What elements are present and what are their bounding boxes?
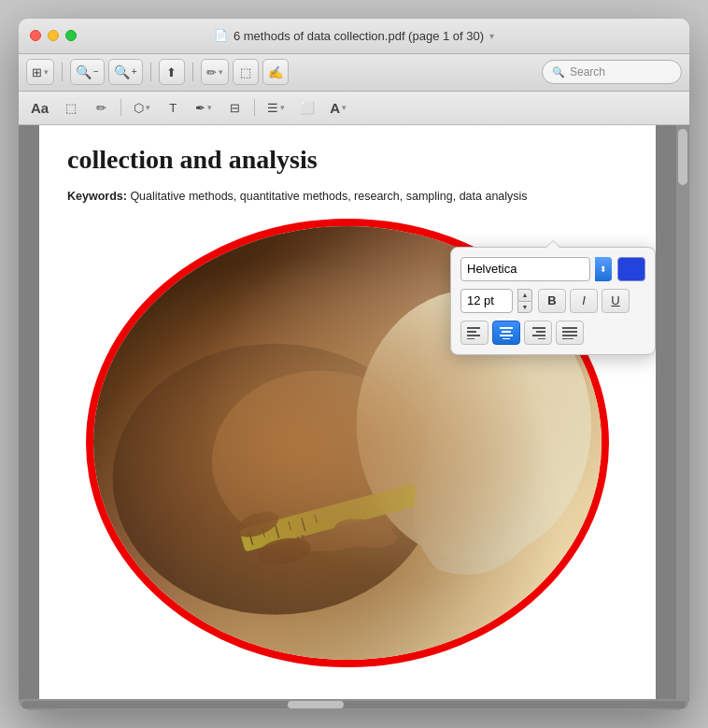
markup-icon: ⬚ <box>240 65 251 79</box>
maximize-button[interactable] <box>65 30 77 41</box>
titlebar: 📄 6 methods of data collection.pdf (page… <box>19 19 689 54</box>
svg-rect-20 <box>502 331 511 333</box>
toolbar-separator-3 <box>192 63 193 81</box>
zoom-out-button[interactable]: 🔍 − <box>70 59 105 85</box>
svg-rect-18 <box>467 338 474 339</box>
sign-button[interactable]: ✍ <box>262 59 289 85</box>
share-icon: ⬆ <box>166 65 177 79</box>
svg-rect-22 <box>503 338 510 339</box>
italic-button[interactable]: I <box>570 289 598 313</box>
border-button[interactable]: ⬜ <box>295 95 319 120</box>
font-size-input[interactable]: 12 pt <box>460 289 513 313</box>
align-button[interactable]: ☰ ▾ <box>262 95 290 120</box>
search-placeholder: Search <box>570 65 605 79</box>
italic-label: I <box>582 293 586 307</box>
align-justify-icon <box>562 326 577 339</box>
sidebar-icon: ⊞ <box>32 65 42 79</box>
search-icon: 🔍 <box>552 66 565 79</box>
annotate-button[interactable]: ✏ ▾ <box>201 59 229 85</box>
main-toolbar: ⊞ ▾ 🔍 − 🔍 + ⬆ ✏ ▾ ⬚ ✍ 🔍 <box>19 54 689 92</box>
pen-tool-button[interactable]: ✏ <box>89 95 113 120</box>
style-buttons: B I U <box>538 289 630 313</box>
font-size-value: 12 pt <box>467 293 494 307</box>
toolbar-separator-1 <box>62 63 63 81</box>
text-cursor-icon: Aa <box>31 100 49 116</box>
signature-icon: ✒ <box>195 101 205 115</box>
pdf-content-area: collection and analysis Keywords: Qualit… <box>19 125 689 699</box>
page-content: collection and analysis Keywords: Qualit… <box>39 125 656 686</box>
markup-button[interactable]: ⬚ <box>233 59 259 85</box>
stepper-down-button[interactable]: ▼ <box>517 301 532 313</box>
font-size-stepper[interactable]: ▲ ▼ <box>517 289 532 313</box>
scrollbar-track <box>22 701 686 708</box>
pencil-icon: ✏ <box>96 101 106 115</box>
shapes-arrow: ▾ <box>146 103 150 112</box>
textbox-button[interactable]: T <box>161 95 185 120</box>
align-center-icon <box>499 326 514 339</box>
ann-separator-1 <box>120 99 121 116</box>
pdf-icon: 📄 <box>214 29 228 42</box>
toolbar-separator-2 <box>150 63 151 81</box>
vertical-scrollbar[interactable] <box>676 125 689 699</box>
close-button[interactable] <box>30 30 41 41</box>
underline-label: U <box>611 293 619 307</box>
font-name-row: Helvetica ⬍ <box>460 257 645 281</box>
align-left-icon <box>467 326 482 339</box>
font-select[interactable]: Helvetica <box>460 257 590 281</box>
font-color-arrow: ▾ <box>342 103 347 112</box>
sidebar-toggle-button[interactable]: ⊞ ▾ <box>26 59 54 85</box>
text-tool-button[interactable]: Aa <box>26 95 53 120</box>
minus-icon: − <box>93 66 99 77</box>
annotation-toolbar: Aa ⬚ ✏ ⬡ ▾ T ✒ ▾ ⊟ ☰ ▾ ⬜ <box>19 92 689 125</box>
svg-rect-27 <box>562 327 577 329</box>
align-center-button[interactable] <box>492 321 520 345</box>
pen-icon: ✏ <box>206 65 217 79</box>
align-icon: ☰ <box>267 101 278 115</box>
shapes-button[interactable]: ⬡ ▾ <box>129 95 155 120</box>
svg-rect-25 <box>532 335 545 336</box>
color-swatch[interactable] <box>617 257 645 281</box>
font-name-label: Helvetica <box>467 262 517 276</box>
svg-rect-19 <box>500 327 513 329</box>
search-box[interactable]: 🔍 Search <box>542 60 682 84</box>
traffic-lights <box>30 30 77 41</box>
svg-rect-21 <box>500 335 513 336</box>
font-size-row: 12 pt ▲ ▼ B I U <box>460 289 645 313</box>
alignment-row <box>460 321 645 345</box>
align-right-button[interactable] <box>524 321 552 345</box>
shapes-icon: ⬡ <box>134 101 144 115</box>
bold-label: B <box>547 293 556 307</box>
stamp-button[interactable]: ⊟ <box>222 95 247 120</box>
svg-rect-15 <box>467 327 480 329</box>
window-title: 📄 6 methods of data collection.pdf (page… <box>214 29 494 43</box>
minimize-button[interactable] <box>48 30 59 41</box>
font-popup: Helvetica ⬍ 12 pt ▲ ▼ <box>450 247 656 355</box>
plus-icon: + <box>132 66 137 77</box>
align-left-button[interactable] <box>460 321 489 345</box>
annotate-arrow: ▾ <box>219 67 223 77</box>
selection-icon: ⬚ <box>65 101 77 115</box>
horizontal-scrollbar[interactable] <box>19 699 689 710</box>
font-select-arrow[interactable]: ⬍ <box>595 257 612 281</box>
sign-icon: ✍ <box>268 65 283 79</box>
bold-button[interactable]: B <box>538 289 566 313</box>
selection-tool-button[interactable]: ⬚ <box>59 95 83 120</box>
svg-rect-28 <box>562 331 577 333</box>
align-right-icon <box>531 326 545 339</box>
zoom-in-icon: 🔍 <box>114 64 130 79</box>
scrollbar-thumb[interactable] <box>678 129 687 185</box>
chevron-down-icon[interactable]: ▾ <box>489 31 494 41</box>
font-color-icon: A <box>330 100 340 116</box>
popup-caret <box>545 240 560 248</box>
stamp-icon: ⊟ <box>230 101 240 115</box>
align-justify-button[interactable] <box>556 321 584 345</box>
font-color-button[interactable]: A ▾ <box>325 95 351 120</box>
zoom-in-button[interactable]: 🔍 + <box>108 59 143 85</box>
underline-button[interactable]: U <box>602 289 630 313</box>
keywords-label: Keywords: <box>67 190 127 203</box>
signature-button[interactable]: ✒ ▾ <box>191 95 217 120</box>
ann-separator-2 <box>254 99 255 116</box>
share-button[interactable]: ⬆ <box>159 59 185 85</box>
h-scrollbar-thumb[interactable] <box>288 701 344 708</box>
stepper-up-button[interactable]: ▲ <box>517 289 532 301</box>
